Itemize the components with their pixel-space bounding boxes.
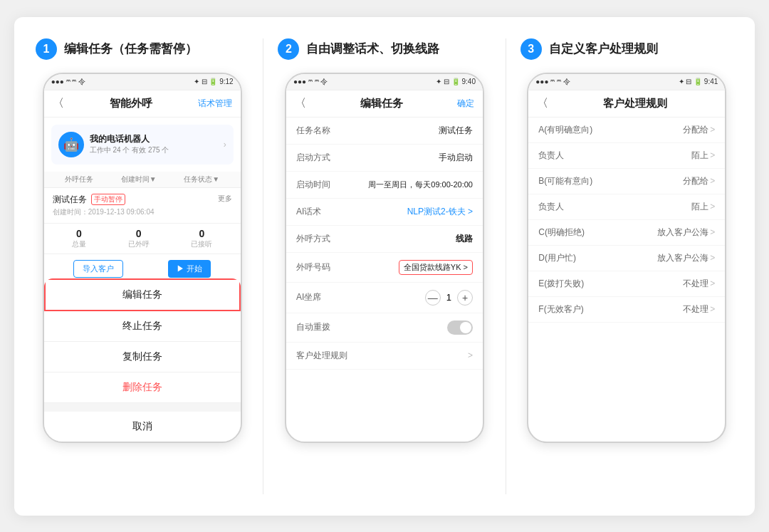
s3-back-btn[interactable]: 〈	[537, 96, 548, 111]
rule-label-4: C(明确拒绝)	[538, 226, 585, 239]
rule-row-7[interactable]: F(无效客户) 不处理 >	[528, 297, 725, 323]
section-1: 1 编辑任务（任务需暂停） ●●● ᵐ ᵐ 令 ✦ ⊟ 🔋 9:12 〈 智能外…	[36, 38, 263, 494]
value-call-mode: 线路	[456, 233, 473, 245]
value-time: 周一至周日，每天09:00-20:00	[368, 179, 473, 190]
bottom-sheet: 编辑任务 终止任务 复制任务 删除任务 取消	[44, 278, 241, 442]
s2-confirm-btn[interactable]: 确定	[457, 98, 474, 110]
s2-navbar: 〈 编辑任务 确定	[286, 90, 483, 118]
form-row-customer-rules[interactable]: 客户处理规则 >	[286, 343, 483, 370]
toggle-auto-redial[interactable]	[447, 320, 473, 335]
robot-avatar: 🤖	[58, 132, 84, 157]
section-1-header: 1 编辑任务（任务需暂停）	[36, 38, 249, 60]
robot-info: 我的电话机器人 工作中 24 个 有效 275 个	[90, 133, 218, 155]
task-status-badge: 手动暂停	[91, 194, 125, 205]
label-call-mode: 外呼方式	[296, 233, 330, 245]
s2-back-btn[interactable]: 〈	[295, 96, 306, 111]
rule-value-5: 放入客户公海 >	[657, 252, 715, 264]
start-btn[interactable]: ▶ 开始	[168, 260, 211, 278]
label-auto-redial: 自动重拨	[296, 321, 330, 333]
sheet-edit[interactable]: 编辑任务	[44, 278, 241, 311]
rules-list: A(有明确意向) 分配给 > 负责人 陌上 > B(可能有意向) 分配给 > 负…	[528, 118, 725, 323]
rule-row-6[interactable]: E(拨打失败) 不处理 >	[528, 271, 725, 297]
status-bar-2: ●●● ᵐ ᵐ 令 ✦ ⊟ 🔋 9:40	[286, 74, 483, 90]
customer-rules-chevron: >	[468, 350, 473, 360]
s3-status-right: ✦ ⊟ 🔋 9:41	[679, 78, 718, 85]
rule-row-2[interactable]: B(可能有意向) 分配给 >	[528, 169, 725, 194]
form-row-ai-script[interactable]: AI话术 NLP测试2-铁夫 >	[286, 199, 483, 226]
status-left-1: ●●● ᵐ ᵐ 令	[51, 77, 85, 87]
main-container: 1 编辑任务（任务需暂停） ●●● ᵐ ᵐ 令 ✦ ⊟ 🔋 9:12 〈 智能外…	[14, 17, 755, 516]
rule-label-5: D(用户忙)	[538, 252, 576, 264]
sheet-cancel[interactable]: 取消	[44, 412, 241, 442]
status-bar-3: ●●● ᵐ ᵐ 令 ✦ ⊟ 🔋 9:41	[528, 74, 725, 90]
rule-label-6: E(拨打失败)	[538, 278, 584, 290]
s1-back-btn[interactable]: 〈	[53, 96, 64, 111]
rule-row-1[interactable]: 负责人 陌上 >	[528, 143, 725, 169]
status-bar-1: ●●● ᵐ ᵐ 令 ✦ ⊟ 🔋 9:12	[44, 74, 241, 90]
value-start-mode: 手动启动	[439, 152, 473, 164]
s2-status-right: ✦ ⊟ 🔋 9:40	[436, 78, 476, 85]
stat-called-num: 0	[128, 228, 150, 239]
value-call-number[interactable]: 全国贷款线路YK >	[399, 260, 473, 275]
label-call-number: 外呼号码	[296, 261, 330, 273]
rule-row-5[interactable]: D(用户忙) 放入客户公海 >	[528, 246, 725, 271]
s2-status-left: ●●● ᵐ ᵐ 令	[293, 77, 328, 87]
sheet-delete[interactable]: 删除任务	[44, 372, 241, 403]
section-3-header: 3 自定义客户处理规则	[520, 38, 733, 60]
s1-nav-link[interactable]: 话术管理	[198, 98, 232, 110]
rule-value-0: 分配给 >	[683, 124, 715, 136]
rule-label-7: F(无效客户)	[538, 303, 583, 315]
stat-answered: 0 已接听	[191, 228, 212, 249]
section-2-title: 自由调整话术、切换线路	[306, 41, 439, 57]
task-name-text: 测试任务	[53, 194, 87, 206]
import-btn[interactable]: 导入客户	[73, 260, 123, 278]
rule-label-1: 负责人	[538, 150, 564, 162]
table-header: 外呼任务 创建时间▼ 任务状态▼	[44, 172, 241, 188]
rule-row-3[interactable]: 负责人 陌上 >	[528, 194, 725, 220]
counter-minus-btn[interactable]: —	[425, 290, 441, 306]
phone-screen-3: ●●● ᵐ ᵐ 令 ✦ ⊟ 🔋 9:41 〈 客户处理规则 A(有明确意向) 分…	[527, 73, 726, 443]
value-task-name: 测试任务	[439, 125, 473, 137]
step-3-circle: 3	[520, 38, 542, 60]
s3-navbar: 〈 客户处理规则	[528, 90, 725, 118]
form-row-start-mode: 启动方式 手动启动	[286, 145, 483, 172]
s3-nav-title: 客户处理规则	[554, 97, 716, 110]
label-ai-script: AI话术	[296, 206, 321, 218]
sheet-copy[interactable]: 复制任务	[44, 342, 241, 372]
section-2: 2 自由调整话术、切换线路 ●●● ᵐ ᵐ 令 ✦ ⊟ 🔋 9:40 〈 编辑任…	[278, 38, 506, 494]
rule-label-3: 负责人	[538, 201, 564, 213]
section-1-title: 编辑任务（任务需暂停）	[64, 41, 197, 57]
rule-value-6: 不处理 >	[683, 278, 715, 290]
stats-row: 0 总量 0 已外呼 0 已接听	[44, 224, 241, 254]
more-link[interactable]: 更多	[218, 194, 232, 206]
label-start-mode: 启动方式	[296, 152, 330, 164]
section-3: 3 自定义客户处理规则 ●●● ᵐ ᵐ 令 ✦ ⊟ 🔋 9:41 〈 客户处理规…	[520, 38, 733, 494]
rule-row-0[interactable]: A(有明确意向) 分配给 >	[528, 118, 725, 143]
form-row-ai-seat: AI坐席 — 1 +	[286, 283, 483, 313]
counter-value: 1	[446, 292, 451, 303]
step-2-circle: 2	[278, 38, 299, 60]
counter-plus-btn[interactable]: +	[457, 290, 473, 306]
s3-status-left: ●●● ᵐ ᵐ 令	[535, 77, 570, 87]
col-outbound: 外呼任务	[65, 174, 93, 184]
task-time: 创建时间：2019-12-13 09:06:04	[53, 207, 232, 217]
rule-value-7: 不处理 >	[683, 303, 715, 315]
form-row-call-mode: 外呼方式 线路	[286, 226, 483, 253]
task-row: 测试任务 手动暂停 更多 创建时间：2019-12-13 09:06:04	[44, 188, 241, 224]
rule-label-0: A(有明确意向)	[538, 124, 592, 136]
robot-card[interactable]: 🤖 我的电话机器人 工作中 24 个 有效 275 个 ›	[51, 125, 234, 165]
stat-answered-label: 已接听	[191, 239, 212, 249]
s1-nav-title: 智能外呼	[110, 97, 152, 110]
section-2-header: 2 自由调整话术、切换线路	[278, 38, 491, 60]
s2-nav-title: 编辑任务	[360, 97, 403, 110]
form-row-call-number[interactable]: 外呼号码 全国贷款线路YK >	[286, 253, 483, 283]
label-customer-rules: 客户处理规则	[296, 350, 347, 362]
sheet-stop[interactable]: 终止任务	[44, 311, 241, 342]
phone-screen-1: ●●● ᵐ ᵐ 令 ✦ ⊟ 🔋 9:12 〈 智能外呼 话术管理 🤖 我的电话机…	[43, 73, 242, 443]
rule-row-4[interactable]: C(明确拒绝) 放入客户公海 >	[528, 220, 725, 246]
form-row-name: 任务名称 测试任务	[286, 118, 483, 145]
robot-chevron: ›	[224, 140, 226, 150]
stat-total-num: 0	[72, 228, 86, 239]
rule-value-3: 陌上 >	[691, 201, 715, 213]
robot-name: 我的电话机器人	[90, 133, 218, 145]
